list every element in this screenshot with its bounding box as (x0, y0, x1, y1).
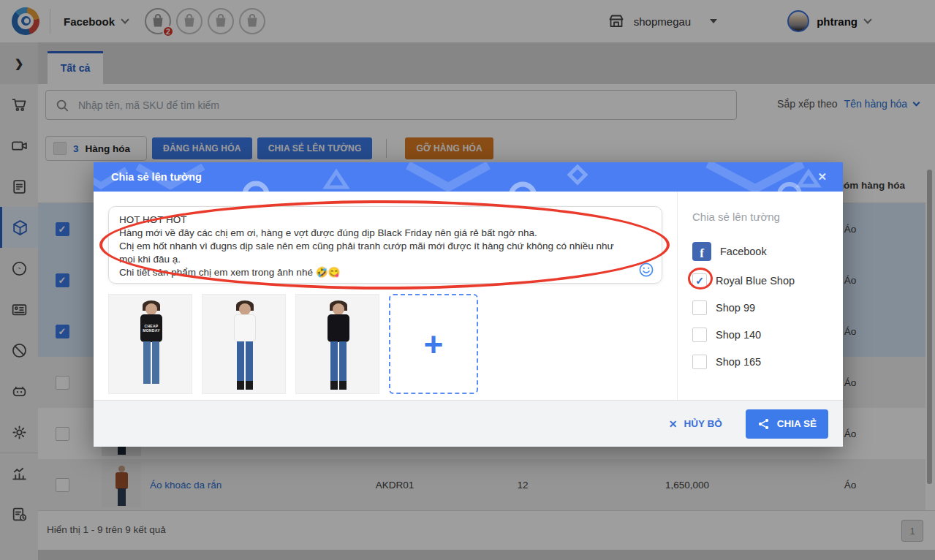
shop-checkbox[interactable]: ✓ (692, 328, 707, 342)
modal-footer: ✕ HỦY BỎ CHIA SẺ (94, 400, 843, 447)
add-photo-button[interactable]: + (389, 294, 478, 394)
product-photo[interactable]: CHEAP MONDAY (108, 294, 192, 394)
channel-facebook: f Facebook (692, 242, 834, 261)
close-icon[interactable]: ✕ (813, 170, 831, 184)
shop-option-165[interactable]: ✓ Shop 165 (692, 355, 834, 369)
app: Facebook 2 shopmegau phtr (0, 0, 935, 560)
shop-option-royal-blue[interactable]: ✓ Royal Blue Shop (692, 273, 834, 288)
shop-label: Shop 165 (716, 356, 761, 368)
cancel-label: HỦY BỎ (684, 418, 722, 429)
share-button[interactable]: CHIA SẺ (746, 409, 828, 439)
share-modal: Chia sẻ lên tường ✕ HOT HOT HOT Hàng mới… (94, 162, 843, 447)
message-line: Chị em hốt nhanh vì đugns dịp sale nên e… (119, 240, 629, 266)
product-photo[interactable] (295, 294, 379, 394)
message-line: Chi tiết sản phẩm chị em xem trong ảnh n… (119, 266, 629, 279)
channel-label: Facebook (720, 246, 767, 257)
modal-header: Chia sẻ lên tường ✕ (94, 162, 843, 192)
shirt-print: CHEAP MONDAY (140, 324, 162, 333)
shop-label: Royal Blue Shop (716, 275, 795, 287)
photo-list: CHEAP MONDAY + (108, 294, 662, 394)
share-nodes-icon (757, 417, 771, 431)
shop-option-99[interactable]: ✓ Shop 99 (692, 300, 834, 315)
shop-checkbox[interactable]: ✓ (692, 273, 707, 288)
message-line: HOT HOT HOT (119, 213, 629, 227)
header-pattern (94, 162, 843, 192)
shop-checkbox[interactable]: ✓ (692, 300, 707, 315)
cancel-x-icon: ✕ (669, 418, 678, 430)
plus-icon: + (424, 325, 444, 364)
panel-title: Chia sẻ lên tường (692, 211, 834, 223)
cancel-button[interactable]: ✕ HỦY BỎ (665, 417, 727, 431)
shop-label: Shop 140 (716, 329, 761, 341)
message-line: Hàng mới về đây các chị em ơi, hàng e vợ… (119, 227, 629, 240)
emoji-picker-button[interactable] (638, 262, 654, 278)
modal-body: HOT HOT HOT Hàng mới về đây các chị em ơ… (94, 192, 843, 400)
share-label: CHIA SẺ (777, 418, 817, 429)
smiley-icon (638, 262, 654, 278)
shop-checkbox[interactable]: ✓ (692, 355, 707, 369)
modal-title: Chia sẻ lên tường (111, 171, 202, 183)
shop-option-140[interactable]: ✓ Shop 140 (692, 328, 834, 342)
product-photo[interactable] (202, 294, 286, 394)
shop-label: Shop 99 (716, 302, 755, 314)
share-targets-panel: Chia sẻ lên tường f Facebook ✓ Royal Blu… (677, 192, 843, 400)
facebook-icon: f (692, 242, 711, 261)
share-message-input[interactable]: HOT HOT HOT Hàng mới về đây các chị em ơ… (108, 206, 662, 284)
